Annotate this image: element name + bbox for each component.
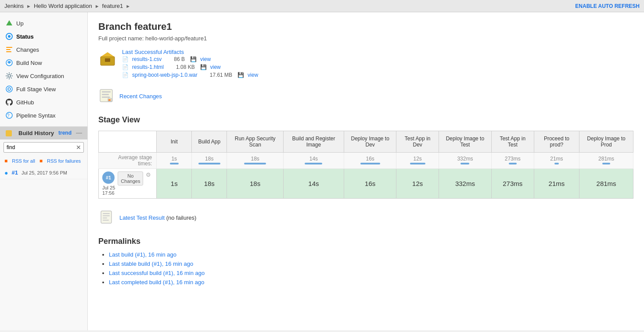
artifact-name-1[interactable]: results-1.html [132, 64, 164, 70]
artifact-view-link-0[interactable]: view [200, 56, 211, 62]
recent-changes-link[interactable]: Recent Changes [119, 93, 162, 100]
artifact-row-1: 📄 results-1.html 1.08 KB 💾 view [122, 63, 258, 71]
build-date-cell: Jul 25 17:56 [102, 185, 115, 196]
avg-progress-1 [198, 163, 220, 164]
avg-time-8: 21ms [534, 153, 579, 169]
no-changes-button[interactable]: NoChanges [118, 171, 143, 186]
search-clear-button[interactable]: ✕ [74, 144, 83, 151]
stage-icon [5, 85, 13, 93]
stage-header-empty [99, 131, 157, 153]
build-stage-cell-1[interactable]: 18s [192, 169, 227, 199]
config-icon [5, 72, 13, 80]
test-result-section: Latest Test Result (no failures) [98, 209, 633, 226]
trend-link[interactable]: trend [58, 130, 72, 136]
build-stage-cell-5[interactable]: 12s [396, 169, 439, 199]
sidebar-item-github[interactable]: GitHub [0, 96, 87, 109]
build-number-link[interactable]: #1 [11, 169, 18, 176]
svg-text:?: ? [7, 113, 10, 118]
build-stage-cell-4[interactable]: 16s [344, 169, 396, 199]
project-name: Full project name: hello-world-app/featu… [98, 35, 633, 42]
build-stage-cell-3[interactable]: 14s [284, 169, 344, 199]
permalink-link-1[interactable]: Last stable build (#1), 16 min ago [109, 261, 193, 267]
artifact-file-icon-0: 📄 [122, 56, 129, 62]
avg-time-2: 18s [227, 153, 284, 169]
avg-time-6: 332ms [439, 153, 491, 169]
breadcrumb-branch[interactable]: feature1 [102, 3, 123, 9]
rss-failures-link[interactable]: RSS for failures [47, 158, 81, 164]
permalink-item-1: Last stable build (#1), 16 min ago [109, 261, 633, 267]
avg-time-val-1: 18s [196, 156, 222, 162]
avg-progress-2 [244, 163, 266, 164]
sidebar-item-pipeline-syntax[interactable]: ? Pipeline Syntax [0, 109, 87, 122]
sidebar-label-pipeline-syntax: Pipeline Syntax [16, 112, 56, 119]
breadcrumb-app[interactable]: Hello World application [34, 3, 92, 9]
build-stage-cell-9[interactable]: 281ms [579, 169, 633, 199]
enable-auto-refresh-link[interactable]: ENABLE AUTO REFRESH [575, 3, 640, 9]
build-stage-cell-6[interactable]: 332ms [439, 169, 491, 199]
test-result-link[interactable]: Latest Test Result [119, 214, 165, 221]
sidebar-label-view-configuration: View Configuration [16, 73, 64, 79]
artifact-name-2[interactable]: spring-boot-web-jsp-1.0.war [132, 72, 198, 78]
avg-time-val-9: 281ms [584, 156, 629, 162]
sidebar-item-view-configuration[interactable]: View Configuration [0, 69, 87, 82]
build-stage-cell-2[interactable]: 18s [227, 169, 284, 199]
rss-all-link[interactable]: RSS for all [12, 158, 35, 164]
artifact-disk-icon-2: 💾 [237, 72, 244, 78]
artifact-name-0[interactable]: results-1.csv [132, 56, 162, 62]
sidebar-label-full-stage-view: Full Stage View [16, 86, 56, 93]
stage-col-deploy-dev: Deploy Image to Dev [344, 131, 396, 153]
stage-col-test-test: Test App in Test [491, 131, 534, 153]
avg-progress-5 [410, 163, 425, 164]
sidebar: Up Status Changes Build Now View Configu… [0, 12, 88, 330]
stage-col-init: Init [157, 131, 192, 153]
breadcrumb-jenkins[interactable]: Jenkins [4, 3, 24, 9]
artifact-file-icon-2: 📄 [122, 72, 129, 78]
avg-progress-9 [602, 163, 610, 164]
rss-links: ■ RSS for all ■ RSS for failures [0, 155, 87, 167]
build-history-header: Build History trend — [0, 127, 87, 139]
build-stage-cell-0[interactable]: 1s [157, 169, 192, 199]
sidebar-item-full-stage-view[interactable]: Full Stage View [0, 82, 87, 96]
svg-rect-25 [103, 213, 110, 214]
avg-time-7: 273ms [491, 153, 534, 169]
build-search-input[interactable] [4, 143, 74, 152]
avg-time-val-6: 332ms [443, 156, 487, 162]
svg-rect-20 [102, 96, 110, 98]
permalink-link-0[interactable]: Last build (#1), 16 min ago [109, 251, 176, 258]
svg-rect-4 [6, 49, 11, 50]
artifact-size-2: 17.61 MB [210, 72, 232, 78]
sidebar-item-build-now[interactable]: Build Now [0, 56, 87, 69]
breadcrumb: Jenkins ► Hello World application ► feat… [0, 0, 644, 12]
svg-rect-28 [103, 220, 109, 221]
stage-col-test-dev: Test App in Dev [396, 131, 439, 153]
sidebar-item-changes[interactable]: Changes [0, 43, 87, 56]
main-content: Branch feature1 Full project name: hello… [88, 12, 644, 330]
breadcrumb-sep-1: ► [26, 4, 31, 9]
artifact-disk-icon-1: 💾 [200, 64, 207, 70]
artifacts-section: Last Successful Artifacts 📄 results-1.cs… [98, 49, 633, 79]
artifacts-title-link[interactable]: Last Successful Artifacts [122, 49, 184, 55]
avg-time-val-3: 14s [288, 156, 339, 162]
build-history-title: Build History [18, 130, 54, 136]
svg-rect-5 [6, 51, 11, 52]
svg-point-10 [8, 88, 11, 90]
stage-table: Init Build App Run App Security Scan Bui… [98, 131, 633, 199]
artifact-row-2: 📄 spring-boot-web-jsp-1.0.war 17.61 MB 💾… [122, 71, 258, 79]
build-stage-cell-7[interactable]: 273ms [491, 169, 534, 199]
build-stage-cell-8[interactable]: 21ms [534, 169, 579, 199]
stage-view-title: Stage View [98, 115, 633, 125]
avg-progress-0 [170, 163, 179, 164]
up-icon [5, 19, 13, 27]
avg-time-val-7: 273ms [496, 156, 529, 162]
permalink-link-2[interactable]: Last successful build (#1), 16 min ago [109, 270, 205, 276]
avg-progress-7 [509, 163, 517, 164]
permalink-link-3[interactable]: Last completed build (#1), 16 min ago [109, 279, 205, 286]
breadcrumb-sep-2: ► [95, 4, 100, 9]
artifact-view-link-2[interactable]: view [248, 72, 258, 78]
page-title: Branch feature1 [98, 21, 633, 32]
build-day: Jul 25 [102, 185, 115, 190]
svg-rect-26 [103, 215, 110, 216]
artifact-view-link-1[interactable]: view [210, 64, 221, 70]
sidebar-item-status[interactable]: Status [0, 30, 87, 43]
sidebar-item-up[interactable]: Up [0, 17, 87, 30]
